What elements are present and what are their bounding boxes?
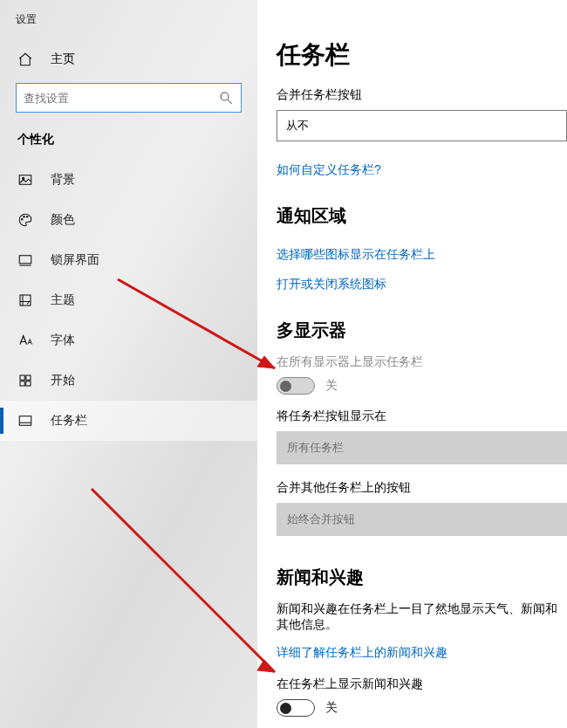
page-title: 任务栏 xyxy=(277,38,567,72)
notify-heading: 通知区域 xyxy=(277,204,567,228)
show-on-all-label: 在所有显示器上显示任务栏 xyxy=(277,354,567,370)
sidebar-item-label: 主题 xyxy=(51,292,75,308)
search-icon xyxy=(218,90,234,106)
sidebar-item-label: 颜色 xyxy=(51,212,75,228)
sidebar-item-lockscreen[interactable]: 锁屏界面 xyxy=(0,240,257,280)
search-input[interactable] xyxy=(16,83,242,113)
main-panel: 任务栏 合并任务栏按钮 从不 如何自定义任务栏? 通知区域 选择哪些图标显示在任… xyxy=(257,0,567,728)
sidebar: 设置 主页 个性化 背景 xyxy=(0,0,257,728)
window-title: 设置 xyxy=(0,9,257,43)
svg-rect-12 xyxy=(20,381,24,386)
nav-list: 背景 颜色 锁屏界面 主题 xyxy=(0,160,257,441)
notify-link-icons[interactable]: 选择哪些图标显示在任务栏上 xyxy=(277,247,435,263)
show-on-all-toggle xyxy=(277,377,315,395)
home-nav[interactable]: 主页 xyxy=(0,43,257,76)
sidebar-item-themes[interactable]: 主题 xyxy=(0,280,257,320)
combine-select[interactable]: 从不 xyxy=(277,110,567,141)
news-toggle-label: 在任务栏上显示新闻和兴趣 xyxy=(277,676,567,692)
combine-other-label: 合并其他任务栏上的按钮 xyxy=(277,480,567,496)
customize-link[interactable]: 如何自定义任务栏? xyxy=(277,162,381,178)
search-field[interactable] xyxy=(24,92,218,105)
home-label: 主页 xyxy=(51,52,75,67)
news-toggle[interactable] xyxy=(277,699,315,717)
news-toggle-row: 关 xyxy=(277,699,567,717)
svg-rect-13 xyxy=(26,381,31,386)
svg-rect-9 xyxy=(20,295,31,306)
svg-rect-14 xyxy=(19,416,31,426)
palette-icon xyxy=(17,212,33,228)
svg-point-4 xyxy=(22,219,24,221)
sidebar-category: 个性化 xyxy=(0,127,257,160)
search-container xyxy=(0,76,257,127)
sidebar-item-label: 锁屏界面 xyxy=(51,252,99,268)
svg-point-3 xyxy=(23,177,24,179)
sidebar-item-label: 任务栏 xyxy=(51,413,87,429)
show-on-all-state: 关 xyxy=(325,378,338,394)
show-on-all-toggle-row: 关 xyxy=(277,377,567,395)
theme-icon xyxy=(17,292,33,308)
svg-point-0 xyxy=(221,93,229,100)
show-buttons-on-select: 所有任务栏 xyxy=(277,431,567,464)
combine-other-select: 始终合并按钮 xyxy=(277,503,567,536)
news-desc: 新闻和兴趣在任务栏上一目了然地显示天气、新闻和其他信息。 xyxy=(277,601,567,633)
sidebar-item-colors[interactable]: 颜色 xyxy=(0,200,257,240)
font-icon xyxy=(17,333,33,348)
combine-label: 合并任务栏按钮 xyxy=(277,87,567,103)
combine-section: 合并任务栏按钮 从不 xyxy=(277,87,567,141)
svg-rect-11 xyxy=(26,375,31,380)
lockscreen-icon xyxy=(17,252,33,268)
notify-link-system[interactable]: 打开或关闭系统图标 xyxy=(277,277,386,292)
svg-rect-10 xyxy=(20,375,24,380)
home-icon xyxy=(17,52,33,67)
news-link[interactable]: 详细了解任务栏上的新闻和兴趣 xyxy=(277,645,447,661)
svg-line-1 xyxy=(228,100,232,104)
news-toggle-state: 关 xyxy=(325,700,338,716)
picture-icon xyxy=(17,172,33,188)
taskbar-icon xyxy=(17,413,33,429)
start-icon xyxy=(17,373,33,388)
svg-point-5 xyxy=(24,216,25,218)
sidebar-item-background[interactable]: 背景 xyxy=(0,160,257,200)
sidebar-item-label: 背景 xyxy=(51,172,75,188)
sidebar-item-start[interactable]: 开始 xyxy=(0,361,257,401)
sidebar-item-fonts[interactable]: 字体 xyxy=(0,320,257,361)
sidebar-item-taskbar[interactable]: 任务栏 xyxy=(0,401,257,441)
news-heading: 新闻和兴趣 xyxy=(277,566,567,589)
svg-rect-7 xyxy=(19,256,31,264)
multimon-heading: 多显示器 xyxy=(277,319,567,342)
sidebar-item-label: 开始 xyxy=(51,373,75,388)
svg-point-6 xyxy=(27,216,29,218)
sidebar-item-label: 字体 xyxy=(51,333,75,348)
show-buttons-on-label: 将任务栏按钮显示在 xyxy=(277,409,567,424)
settings-window: 设置 主页 个性化 背景 xyxy=(0,0,567,728)
